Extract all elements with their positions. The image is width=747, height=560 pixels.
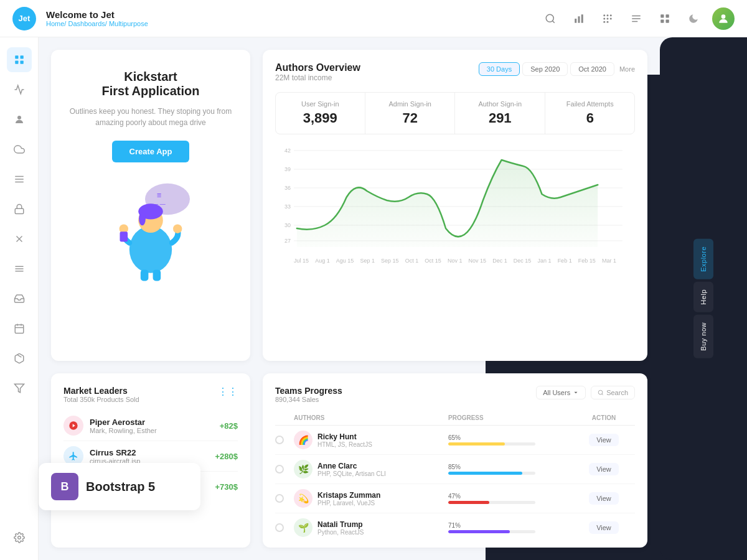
x-label: Feb 15 bbox=[578, 258, 596, 264]
svg-point-9 bbox=[610, 17, 612, 19]
kickstart-title: Kickstart First Application bbox=[101, 70, 199, 98]
tab-oct2020[interactable]: Oct 2020 bbox=[570, 62, 614, 76]
sidebar-item-grid[interactable] bbox=[7, 47, 32, 72]
progress-label-3: 71% bbox=[448, 522, 535, 529]
svg-text:30: 30 bbox=[284, 222, 291, 228]
buy-now-button[interactable]: Buy now bbox=[693, 315, 713, 358]
svg-point-24 bbox=[17, 116, 21, 119]
svg-text:39: 39 bbox=[284, 166, 291, 172]
sidebar-item-lock[interactable] bbox=[7, 197, 32, 222]
explore-button[interactable]: Explore bbox=[693, 239, 713, 279]
sidebar-item-close[interactable] bbox=[7, 226, 32, 251]
progress-fill-0 bbox=[448, 442, 505, 446]
user-avatar[interactable] bbox=[712, 7, 735, 30]
create-app-button[interactable]: Create App bbox=[112, 141, 190, 162]
apps-button[interactable] bbox=[598, 9, 618, 29]
svg-rect-2 bbox=[578, 16, 580, 23]
row-checkbox-0[interactable] bbox=[275, 436, 294, 444]
svg-rect-25 bbox=[15, 176, 24, 177]
row-checkbox-3[interactable] bbox=[275, 523, 294, 532]
stat-admin-signin: Admin Sign-in 72 bbox=[366, 93, 456, 134]
view-button-2[interactable]: View bbox=[589, 492, 619, 505]
search-button[interactable] bbox=[540, 9, 560, 29]
progress-3: 71% bbox=[448, 522, 535, 533]
svg-rect-34 bbox=[15, 325, 24, 334]
bootstrap-icon: B bbox=[51, 473, 78, 500]
market-subtitle: Total 350k Products Sold bbox=[63, 396, 139, 403]
author-details-3: Natali Trump Python, ReactJS bbox=[317, 520, 364, 536]
progress-label-2: 47% bbox=[448, 493, 535, 500]
market-header: Market Leaders Total 350k Products Sold … bbox=[63, 386, 238, 403]
market-leaders-card: Market Leaders Total 350k Products Sold … bbox=[51, 373, 250, 548]
svg-point-11 bbox=[607, 21, 609, 22]
svg-rect-16 bbox=[666, 14, 669, 17]
svg-point-6 bbox=[610, 14, 612, 16]
svg-rect-31 bbox=[15, 266, 24, 268]
stat-label-3: Failed Attempts bbox=[556, 100, 625, 108]
view-button-1[interactable]: View bbox=[589, 463, 619, 475]
progress-bar-2 bbox=[448, 501, 535, 504]
svg-rect-26 bbox=[15, 179, 24, 180]
main-layout: Kickstart First Application Outlines kee… bbox=[0, 37, 747, 560]
x-label: Aug 1 bbox=[315, 258, 330, 264]
row-checkbox-2[interactable] bbox=[275, 494, 294, 503]
x-label: Oct 15 bbox=[425, 258, 441, 264]
x-label: Jan 1 bbox=[537, 258, 551, 264]
svg-point-48 bbox=[139, 212, 146, 226]
header-title: Welcome to Jet Home/ Dashboards/ Multipu… bbox=[46, 9, 148, 27]
menu-button[interactable] bbox=[626, 9, 646, 29]
authors-header: Authors Overview 22M total income 30 Day… bbox=[275, 62, 635, 82]
sidebar-item-menu[interactable] bbox=[7, 256, 32, 281]
teams-header: Teams Progress 890,344 Sales All Users S… bbox=[275, 386, 635, 403]
tab-sep2020[interactable]: Sep 2020 bbox=[522, 62, 568, 76]
svg-point-19 bbox=[721, 14, 726, 19]
svg-rect-33 bbox=[15, 271, 24, 272]
market-icon-0 bbox=[63, 416, 83, 436]
all-users-select[interactable]: All Users bbox=[536, 386, 586, 399]
stat-user-signin: User Sign-in 3,899 bbox=[276, 93, 365, 134]
period-more[interactable]: More bbox=[619, 65, 635, 73]
help-button[interactable]: Help bbox=[693, 282, 713, 312]
teams-search[interactable]: Search bbox=[591, 386, 635, 399]
sidebar-item-inbox[interactable] bbox=[7, 286, 32, 311]
analytics-button[interactable] bbox=[569, 9, 589, 29]
x-label: Nov 15 bbox=[469, 258, 487, 264]
view-button-0[interactable]: View bbox=[589, 434, 619, 446]
sidebar-item-calendar[interactable] bbox=[7, 316, 32, 341]
svg-text:42: 42 bbox=[284, 147, 291, 154]
grid-view-button[interactable] bbox=[655, 9, 675, 29]
x-label: Jul 15 bbox=[294, 258, 309, 264]
action-cell-0: View bbox=[573, 434, 635, 446]
market-dots-button[interactable]: ⋮⋮ bbox=[218, 386, 238, 398]
author-info-0: 🌈 Ricky Hunt HTML, JS, ReactJS bbox=[294, 431, 448, 449]
svg-point-7 bbox=[603, 17, 605, 19]
x-label: Mar 1 bbox=[602, 258, 616, 264]
row-checkbox-1[interactable] bbox=[275, 465, 294, 474]
author-sub-3: Python, ReactJS bbox=[317, 529, 364, 536]
view-button-3[interactable]: View bbox=[589, 521, 619, 534]
authors-card: Authors Overview 22M total income 30 Day… bbox=[263, 50, 647, 361]
sidebar-item-chart[interactable] bbox=[7, 77, 32, 102]
market-name-1: Cirrus SR22 bbox=[90, 448, 215, 457]
dark-mode-button[interactable] bbox=[684, 9, 703, 29]
progress-bar-0 bbox=[448, 442, 535, 446]
author-info-2: 💫 Kristaps Zumman PHP, Laravel, VueJS bbox=[294, 489, 448, 508]
svg-rect-27 bbox=[15, 182, 24, 183]
x-label: Sep 1 bbox=[360, 258, 375, 264]
stat-value-2: 291 bbox=[466, 110, 535, 126]
sidebar-item-user[interactable] bbox=[7, 107, 32, 132]
sidebar-item-cloud[interactable] bbox=[7, 137, 32, 162]
market-title: Market Leaders bbox=[63, 386, 139, 396]
logo: Jet bbox=[12, 7, 36, 30]
sidebar-item-list[interactable] bbox=[7, 167, 32, 192]
sidebar-item-funnel[interactable] bbox=[7, 376, 32, 401]
x-label: Agu 15 bbox=[336, 258, 354, 264]
sidebar-item-settings[interactable] bbox=[7, 525, 32, 550]
breadcrumb: Home/ Dashboards/ Multipurpose bbox=[46, 20, 148, 27]
sidebar-item-tools[interactable] bbox=[7, 346, 32, 371]
svg-point-45 bbox=[129, 226, 172, 273]
svg-text:33: 33 bbox=[284, 203, 291, 210]
tab-30days[interactable]: 30 Days bbox=[479, 62, 520, 76]
svg-rect-28 bbox=[15, 208, 24, 213]
svg-rect-12 bbox=[632, 15, 641, 16]
